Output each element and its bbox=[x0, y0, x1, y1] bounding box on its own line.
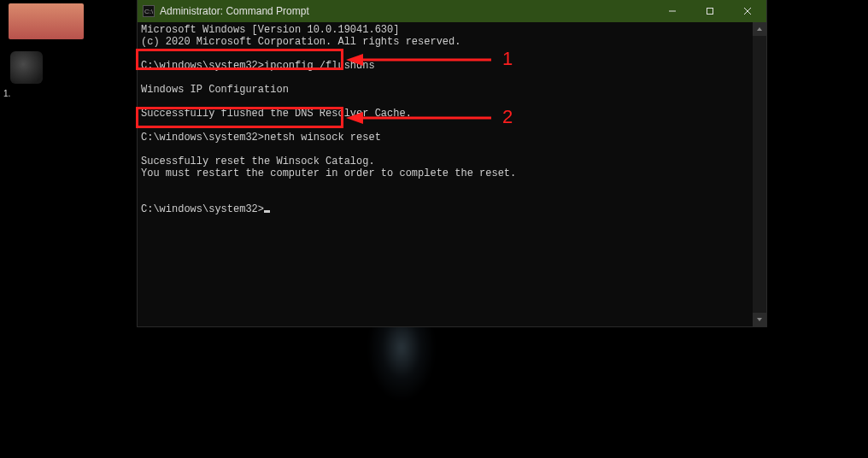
wallpaper-smoke bbox=[367, 325, 436, 402]
terminal-line-cmd1: C:\windows\system32>ipconfig /flushdns bbox=[141, 60, 375, 72]
desktop-icon-1[interactable] bbox=[9, 3, 84, 39]
scroll-track[interactable] bbox=[753, 36, 766, 313]
desktop-icon-label: 1. bbox=[3, 89, 10, 98]
scrollbar[interactable] bbox=[753, 22, 766, 326]
terminal-line: Successfully flushed the DNS Resolver Ca… bbox=[141, 108, 412, 120]
scroll-down-button[interactable] bbox=[753, 313, 766, 326]
terminal-line: (c) 2020 Microsoft Corporation. All righ… bbox=[141, 36, 460, 48]
titlebar[interactable]: C:\ Administrator: Command Prompt bbox=[138, 0, 766, 22]
terminal-line: Sucessfully reset the Winsock Catalog. bbox=[141, 156, 375, 167]
terminal-line: Windows IP Configuration bbox=[141, 84, 289, 96]
terminal-line-cmd2: C:\windows\system32>netsh winsock reset bbox=[141, 132, 381, 144]
svg-marker-5 bbox=[757, 318, 762, 321]
terminal-line: Microsoft Windows [Version 10.0.19041.63… bbox=[141, 24, 399, 36]
cmd-icon: C:\ bbox=[143, 5, 155, 17]
desktop-background: 1. C:\ Administrator: Command Prompt Mic… bbox=[0, 0, 868, 458]
terminal-line: You must restart the computer in order t… bbox=[141, 167, 516, 179]
title-prefix: Administrator: bbox=[160, 5, 223, 17]
terminal-area[interactable]: Microsoft Windows [Version 10.0.19041.63… bbox=[138, 22, 766, 326]
close-button[interactable] bbox=[729, 0, 766, 22]
desktop-icon-2[interactable] bbox=[10, 51, 43, 84]
command-prompt-window: C:\ Administrator: Command Prompt Micros… bbox=[138, 0, 766, 326]
svg-marker-4 bbox=[757, 27, 762, 31]
title-app: Command Prompt bbox=[226, 5, 308, 17]
terminal-prompt: C:\windows\system32> bbox=[141, 203, 264, 215]
minimize-button[interactable] bbox=[654, 0, 691, 22]
svg-rect-1 bbox=[707, 9, 713, 15]
terminal-output: Microsoft Windows [Version 10.0.19041.63… bbox=[138, 22, 766, 217]
scroll-up-button[interactable] bbox=[753, 22, 766, 36]
cursor bbox=[264, 210, 270, 213]
maximize-button[interactable] bbox=[691, 0, 729, 22]
